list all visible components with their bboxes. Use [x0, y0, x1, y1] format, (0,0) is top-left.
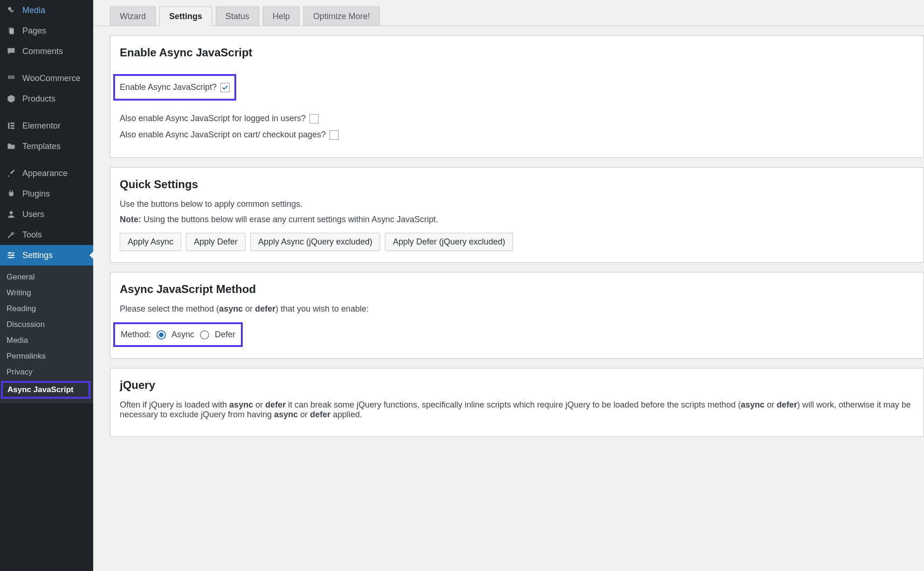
svg-point-16	[9, 257, 11, 258]
btn-apply-defer[interactable]: Apply Defer	[186, 233, 246, 251]
tab-bar: Wizard Settings Status Help Optimize Mor…	[93, 0, 924, 26]
method-label: Method:	[121, 330, 151, 340]
svg-rect-1	[10, 10, 14, 12]
radio-defer-label: Defer	[215, 330, 235, 340]
note-body: Using the buttons below will erase any c…	[141, 215, 438, 224]
page-icon	[6, 25, 17, 36]
sidebar-item-templates[interactable]: Templates	[0, 136, 93, 156]
woo-icon: Woo	[6, 73, 17, 84]
note-prefix: Note:	[120, 215, 141, 224]
sidebar-label: Comments	[22, 47, 63, 56]
tab-settings[interactable]: Settings	[159, 7, 212, 26]
sidebar-item-users[interactable]: Users	[0, 204, 93, 224]
sidebar-item-products[interactable]: Products	[0, 88, 93, 109]
row-cart-checkout: Also enable Async JavaScript on cart/ ch…	[120, 130, 914, 140]
sidebar-item-settings[interactable]: Settings	[0, 245, 93, 265]
svg-rect-7	[11, 122, 14, 124]
svg-point-14	[9, 252, 11, 254]
sidebar-item-pages[interactable]: Pages	[0, 20, 93, 41]
svg-text:Woo: Woo	[9, 76, 14, 78]
logged-in-checkbox[interactable]	[309, 114, 319, 123]
subitem-async-javascript[interactable]: Async JavaScript	[1, 381, 90, 399]
sidebar-item-woocommerce[interactable]: Woo WooCommerce	[0, 68, 93, 88]
tab-optimize-more[interactable]: Optimize More!	[303, 7, 380, 26]
media-icon	[6, 5, 17, 16]
svg-point-15	[12, 254, 14, 256]
panel-heading: Enable Async JavaScript	[120, 46, 914, 59]
svg-rect-8	[11, 125, 14, 127]
sidebar-item-appearance[interactable]: Appearance	[0, 163, 93, 184]
panel-heading: jQuery	[120, 379, 914, 392]
row-logged-in: Also enable Async JavaScript for logged …	[120, 114, 914, 123]
cart-checkbox[interactable]	[329, 130, 339, 140]
sidebar-label: Templates	[22, 142, 61, 151]
elementor-icon	[6, 120, 17, 131]
tab-status[interactable]: Status	[216, 7, 259, 26]
btn-apply-defer-jquery-excluded[interactable]: Apply Defer (jQuery excluded)	[385, 233, 513, 251]
sidebar-label: Users	[22, 210, 44, 219]
content-area: Wizard Settings Status Help Optimize Mor…	[93, 0, 924, 571]
sidebar-label: Elementor	[22, 121, 61, 131]
sidebar-label: Plugins	[22, 189, 50, 199]
quick-note: Note: Using the buttons below will erase…	[120, 215, 914, 224]
sidebar-item-tools[interactable]: Tools	[0, 224, 93, 245]
box-icon	[6, 93, 17, 104]
btn-apply-async-jquery-excluded[interactable]: Apply Async (jQuery excluded)	[250, 233, 380, 251]
svg-rect-3	[10, 28, 14, 34]
brush-icon	[6, 168, 17, 179]
enable-label: Enable Async JavaScript?	[120, 82, 217, 92]
subitem-privacy[interactable]: Privacy	[0, 364, 93, 380]
tab-wizard[interactable]: Wizard	[110, 7, 156, 26]
admin-sidebar: Media Pages Comments Woo WooCommerce Pro…	[0, 0, 93, 571]
method-intro: Please select the method (async or defer…	[120, 304, 914, 314]
sidebar-item-elementor[interactable]: Elementor	[0, 116, 93, 136]
panel-enable: Enable Async JavaScript Enable Async Jav…	[110, 35, 924, 158]
folder-icon	[6, 141, 17, 152]
jquery-body: Often if jQuery is loaded with async or …	[120, 400, 914, 420]
enable-checkbox[interactable]	[220, 83, 230, 92]
panel-heading: Async JavaScript Method	[120, 283, 914, 296]
sidebar-label: Settings	[22, 251, 53, 260]
settings-submenu: General Writing Reading Discussion Media…	[0, 265, 93, 403]
subitem-discussion[interactable]: Discussion	[0, 317, 93, 333]
sidebar-label: WooCommerce	[22, 74, 81, 83]
subitem-permalinks[interactable]: Permalinks	[0, 348, 93, 364]
svg-point-10	[10, 211, 13, 214]
cart-label: Also enable Async JavaScript on cart/ ch…	[120, 130, 326, 140]
plug-icon	[6, 188, 17, 199]
subitem-writing[interactable]: Writing	[0, 285, 93, 301]
svg-rect-9	[11, 128, 14, 129]
radio-defer[interactable]	[200, 330, 209, 340]
method-row: Method: Async Defer	[113, 322, 243, 347]
panel-jquery: jQuery Often if jQuery is loaded with as…	[110, 368, 924, 437]
panel-heading: Quick Settings	[120, 178, 914, 191]
wrench-icon	[6, 229, 17, 240]
user-icon	[6, 209, 17, 220]
subitem-reading[interactable]: Reading	[0, 301, 93, 317]
comment-icon	[6, 46, 17, 57]
sidebar-label: Tools	[22, 230, 42, 240]
sidebar-label: Products	[22, 94, 55, 104]
sidebar-label: Appearance	[22, 169, 68, 178]
quick-intro: Use the buttons below to apply common se…	[120, 199, 914, 209]
panel-quick-settings: Quick Settings Use the buttons below to …	[110, 167, 924, 263]
sidebar-label: Pages	[22, 26, 46, 36]
sliders-icon	[6, 250, 17, 261]
radio-async-label: Async	[171, 330, 194, 340]
subitem-general[interactable]: General	[0, 269, 93, 285]
sidebar-item-plugins[interactable]: Plugins	[0, 184, 93, 204]
quick-button-row: Apply Async Apply Defer Apply Async (jQu…	[120, 233, 914, 251]
sidebar-label: Media	[22, 6, 45, 15]
svg-point-0	[8, 7, 11, 10]
tab-help[interactable]: Help	[263, 7, 300, 26]
sidebar-item-comments[interactable]: Comments	[0, 41, 93, 61]
btn-apply-async[interactable]: Apply Async	[120, 233, 181, 251]
sidebar-item-media[interactable]: Media	[0, 0, 93, 20]
row-enable-async: Enable Async JavaScript?	[113, 74, 236, 101]
subitem-media[interactable]: Media	[0, 333, 93, 348]
panel-method: Async JavaScript Method Please select th…	[110, 272, 924, 359]
logged-in-label: Also enable Async JavaScript for logged …	[120, 114, 306, 123]
radio-async[interactable]	[157, 330, 166, 340]
svg-rect-6	[8, 122, 9, 129]
